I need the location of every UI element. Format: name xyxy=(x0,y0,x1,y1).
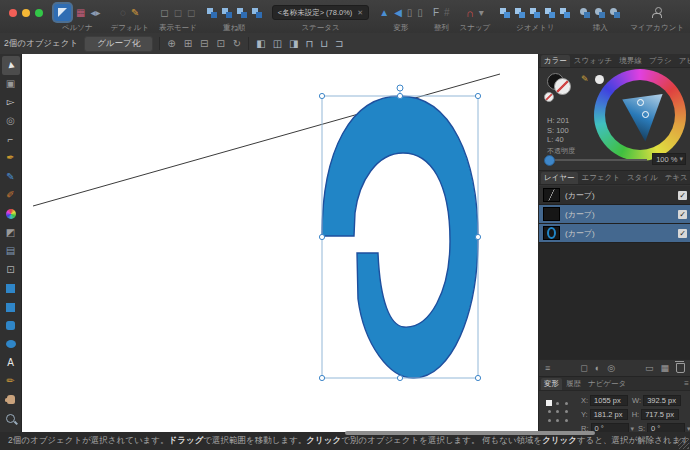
point-transform-tool[interactable]: ◎ xyxy=(2,112,20,131)
transparency-tool[interactable]: ◩ xyxy=(2,223,20,242)
window-zoom-button[interactable] xyxy=(35,9,43,17)
layers-stack-icon[interactable]: ≡ xyxy=(545,363,550,373)
layers-panel-tab[interactable]: スタイル xyxy=(624,172,661,184)
layers-panel-tab[interactable]: テキスト xyxy=(662,172,690,184)
boolean-subtract-icon[interactable] xyxy=(515,8,525,18)
color-panel-tab[interactable]: アピアランス xyxy=(676,55,690,67)
align-middle-vertical-icon[interactable]: ⊔ xyxy=(319,38,329,49)
my-account-icon[interactable] xyxy=(652,7,662,18)
anchor-point[interactable] xyxy=(556,410,559,413)
layer-row[interactable]: (カーブ)✓ xyxy=(539,205,690,224)
w-field-input[interactable]: 392.5 px xyxy=(643,395,681,406)
vector-view-icon[interactable]: ◻ xyxy=(160,8,168,18)
layers-panel-tab[interactable]: レイヤー xyxy=(541,172,578,184)
node-tool[interactable]: ▻ xyxy=(2,93,20,112)
anchor-point[interactable] xyxy=(548,419,551,422)
hide-selection-while-dragging-icon[interactable]: ⊟ xyxy=(199,38,209,49)
selection-handle[interactable] xyxy=(397,375,402,380)
layers-panel-tab[interactable]: エフェクト xyxy=(579,172,623,184)
align-top-icon[interactable]: ⊓ xyxy=(305,38,315,49)
pencil-tool[interactable]: ✎ xyxy=(2,168,20,187)
ellipse-tool[interactable] xyxy=(2,335,20,354)
align-center-horizontal-icon[interactable]: ◫ xyxy=(272,38,283,49)
insert-behind-icon[interactable] xyxy=(580,8,590,18)
transform-panel-tab[interactable]: 履歴 xyxy=(563,378,584,390)
color-panel-tab[interactable]: 境界線 xyxy=(616,55,645,67)
y-field-input[interactable]: 181.2 px xyxy=(590,409,628,420)
color-panel-tab[interactable]: スウォッチ xyxy=(571,55,615,67)
anchor-point[interactable] xyxy=(565,402,568,405)
zoom-tool[interactable] xyxy=(2,409,20,428)
anchor-point[interactable] xyxy=(556,402,559,405)
snapping-options-dropdown[interactable]: ▾ xyxy=(479,8,484,18)
flip-horizontal-icon[interactable]: ▲ xyxy=(379,8,389,18)
vector-brush-tool[interactable]: ✐ xyxy=(2,186,20,205)
boolean-intersect-icon[interactable] xyxy=(530,8,540,18)
show-alignment-handles-icon[interactable]: ⊡ xyxy=(215,38,225,49)
insert-inside-icon[interactable] xyxy=(610,8,620,18)
snapping-toggle-icon[interactable] xyxy=(466,8,474,18)
delete-layer-icon[interactable] xyxy=(676,363,685,373)
pencil-icon[interactable]: ✎ xyxy=(581,74,589,84)
enable-transform-origin-icon[interactable]: ⊞ xyxy=(183,38,193,49)
selection-handle[interactable] xyxy=(397,93,402,98)
cycle-selection-box-icon[interactable]: ↻ xyxy=(232,38,242,49)
add-layer-icon[interactable]: ▭ xyxy=(645,363,654,373)
selection-handle[interactable] xyxy=(319,234,324,239)
anchor-point[interactable] xyxy=(565,410,568,413)
anchor-point[interactable] xyxy=(565,419,568,422)
adjustment-layer-icon[interactable]: ◐ xyxy=(595,363,600,373)
view-tool[interactable] xyxy=(2,391,20,410)
rounded-rectangle-tool[interactable] xyxy=(2,316,20,335)
h-field-input[interactable]: 717.5 px xyxy=(641,409,679,420)
selection-handle[interactable] xyxy=(475,234,480,239)
selection-handle[interactable] xyxy=(319,93,324,98)
designer-persona-icon[interactable] xyxy=(54,4,71,21)
pen-tool[interactable]: ✒ xyxy=(2,149,20,168)
layer-table-icon[interactable]: ▦ xyxy=(661,363,670,373)
selection-handle[interactable] xyxy=(475,375,480,380)
document-close-icon[interactable]: ✕ xyxy=(357,9,363,17)
flip-vertical-icon[interactable]: ◀ xyxy=(394,8,402,18)
layer-row[interactable]: (カーブ)✓ xyxy=(539,186,690,205)
boolean-add-icon[interactable] xyxy=(500,8,510,18)
move-to-back-icon[interactable] xyxy=(252,8,262,18)
window-resize-grip[interactable] xyxy=(678,438,689,449)
vector-crop-tool[interactable]: ⊡ xyxy=(2,261,20,280)
align-right-icon[interactable]: ◨ xyxy=(288,38,299,49)
move-to-front-icon[interactable] xyxy=(207,8,217,18)
corner-tool[interactable]: ⌐ xyxy=(2,130,20,149)
window-minimize-button[interactable] xyxy=(22,9,30,17)
gradient-tool[interactable] xyxy=(2,205,20,224)
pixel-persona-icon[interactable]: ▦ xyxy=(76,8,85,18)
shape-tool[interactable] xyxy=(2,298,20,317)
window-close-button[interactable] xyxy=(9,9,17,17)
horizontal-scrollbar[interactable] xyxy=(345,431,595,435)
transform-panel-menu-icon[interactable]: ≡ xyxy=(684,379,689,388)
layer-visibility-checkbox[interactable]: ✓ xyxy=(678,210,687,219)
rotate-cw-icon[interactable]: ▯ xyxy=(417,8,423,18)
color-picker-tool[interactable]: ✏ xyxy=(2,372,20,391)
x-field-input[interactable]: 1055 px xyxy=(590,395,628,406)
synchronise-defaults-icon[interactable]: ◌ xyxy=(120,8,126,18)
color-panel-tab[interactable]: ブラシ xyxy=(646,55,675,67)
opacity-slider-knob[interactable] xyxy=(544,155,555,166)
alignment-icon[interactable]: F xyxy=(433,8,439,18)
transform-panel-tab[interactable]: ナビゲータ xyxy=(585,378,629,390)
transform-panel-tab[interactable]: 変形 xyxy=(541,378,562,390)
anchor-point[interactable] xyxy=(546,400,552,406)
canvas[interactable] xyxy=(22,54,538,432)
rotation-handle[interactable] xyxy=(397,85,403,91)
spiral-shape-object[interactable] xyxy=(322,96,478,378)
triangle-marker[interactable] xyxy=(637,99,644,106)
layer-row[interactable]: (カーブ)✓ xyxy=(539,224,690,243)
place-image-tool[interactable]: ▤ xyxy=(2,242,20,261)
opacity-value-dropdown[interactable]: 100 % ▾ xyxy=(652,153,686,165)
pixel-view-icon[interactable]: ◻ xyxy=(174,8,182,18)
rotate-ccw-icon[interactable]: ▯ xyxy=(407,8,413,18)
anchor-point[interactable] xyxy=(548,410,551,413)
align-bottom-icon[interactable]: ⊐ xyxy=(334,38,344,49)
insert-on-top-icon[interactable] xyxy=(595,8,605,18)
stroke-swatch-nofill[interactable] xyxy=(554,78,571,95)
align-left-icon[interactable]: ◧ xyxy=(255,38,266,49)
